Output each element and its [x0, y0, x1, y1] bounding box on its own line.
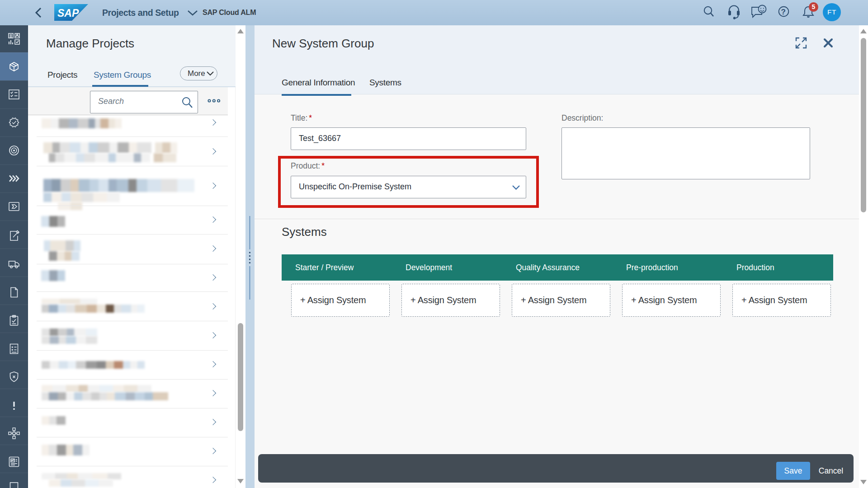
svg-text:SAP: SAP [57, 7, 79, 19]
svg-text:?: ? [781, 8, 786, 16]
